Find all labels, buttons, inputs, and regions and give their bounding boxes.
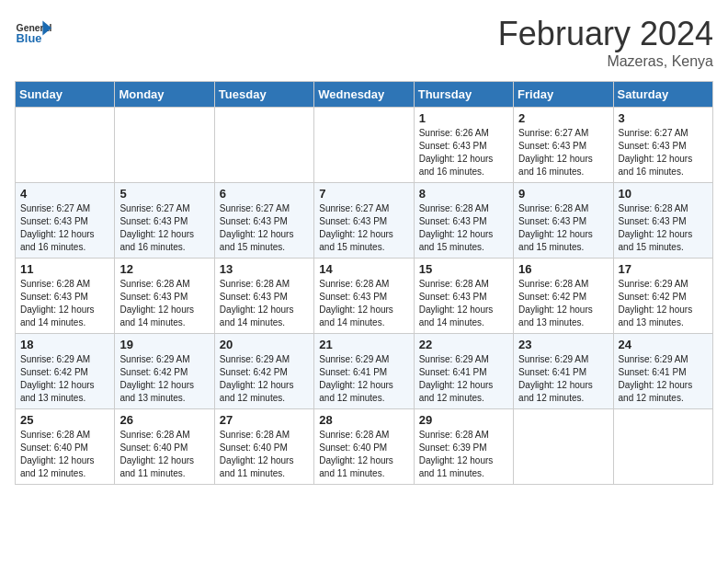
day-number: 17 <box>619 262 708 276</box>
day-number: 6 <box>220 187 309 201</box>
day-number: 1 <box>419 111 508 125</box>
calendar-day-cell <box>115 108 214 183</box>
day-info: Sunrise: 6:29 AM Sunset: 6:42 PM Dayligh… <box>619 278 708 329</box>
day-info: Sunrise: 6:27 AM Sunset: 6:43 PM Dayligh… <box>319 202 408 254</box>
day-info: Sunrise: 6:28 AM Sunset: 6:43 PM Dayligh… <box>419 278 508 329</box>
calendar-day-cell: 9Sunrise: 6:28 AM Sunset: 6:43 PM Daylig… <box>514 183 613 259</box>
day-info: Sunrise: 6:28 AM Sunset: 6:43 PM Dayligh… <box>119 278 209 329</box>
day-info: Sunrise: 6:27 AM Sunset: 6:43 PM Dayligh… <box>119 202 209 254</box>
day-info: Sunrise: 6:27 AM Sunset: 6:43 PM Dayligh… <box>619 127 708 178</box>
day-number: 21 <box>319 338 408 351</box>
day-number: 22 <box>419 338 508 351</box>
day-info: Sunrise: 6:28 AM Sunset: 6:42 PM Dayligh… <box>518 278 608 329</box>
location-subtitle: Mazeras, Kenya <box>498 53 713 70</box>
page-header: General Blue February 2024 Mazeras, Keny… <box>15 15 713 70</box>
weekday-header-cell: Wednesday <box>314 82 414 108</box>
calendar-day-cell: 16Sunrise: 6:28 AM Sunset: 6:42 PM Dayli… <box>514 259 613 334</box>
calendar-day-cell: 19Sunrise: 6:29 AM Sunset: 6:42 PM Dayli… <box>115 334 214 409</box>
day-number: 3 <box>619 111 708 125</box>
day-info: Sunrise: 6:28 AM Sunset: 6:40 PM Dayligh… <box>119 429 209 480</box>
calendar-day-cell <box>314 108 414 183</box>
calendar-day-cell <box>214 108 313 183</box>
day-number: 5 <box>119 187 209 201</box>
calendar-day-cell: 3Sunrise: 6:27 AM Sunset: 6:43 PM Daylig… <box>613 108 712 183</box>
calendar-day-cell: 6Sunrise: 6:27 AM Sunset: 6:43 PM Daylig… <box>214 183 313 259</box>
day-info: Sunrise: 6:28 AM Sunset: 6:43 PM Dayligh… <box>220 278 309 329</box>
day-info: Sunrise: 6:28 AM Sunset: 6:43 PM Dayligh… <box>619 202 708 254</box>
calendar-week-row: 18Sunrise: 6:29 AM Sunset: 6:42 PM Dayli… <box>16 334 713 409</box>
calendar-day-cell: 8Sunrise: 6:28 AM Sunset: 6:43 PM Daylig… <box>414 183 513 259</box>
calendar-day-cell: 10Sunrise: 6:28 AM Sunset: 6:43 PM Dayli… <box>613 183 712 259</box>
calendar-day-cell: 23Sunrise: 6:29 AM Sunset: 6:41 PM Dayli… <box>514 334 613 409</box>
calendar-week-row: 4Sunrise: 6:27 AM Sunset: 6:43 PM Daylig… <box>16 183 713 259</box>
weekday-header-cell: Saturday <box>613 82 712 108</box>
title-block: February 2024 Mazeras, Kenya <box>498 15 713 70</box>
calendar-day-cell: 15Sunrise: 6:28 AM Sunset: 6:43 PM Dayli… <box>414 259 513 334</box>
day-info: Sunrise: 6:29 AM Sunset: 6:41 PM Dayligh… <box>319 353 408 405</box>
calendar-day-cell: 26Sunrise: 6:28 AM Sunset: 6:40 PM Dayli… <box>115 409 214 485</box>
day-number: 8 <box>419 187 508 201</box>
day-number: 2 <box>518 111 608 125</box>
logo: General Blue <box>15 15 55 52</box>
day-info: Sunrise: 6:27 AM Sunset: 6:43 PM Dayligh… <box>220 202 309 254</box>
day-info: Sunrise: 6:28 AM Sunset: 6:43 PM Dayligh… <box>20 278 109 329</box>
calendar-day-cell: 5Sunrise: 6:27 AM Sunset: 6:43 PM Daylig… <box>115 183 214 259</box>
calendar-day-cell: 13Sunrise: 6:28 AM Sunset: 6:43 PM Dayli… <box>214 259 313 334</box>
day-number: 27 <box>220 413 309 427</box>
calendar-day-cell: 18Sunrise: 6:29 AM Sunset: 6:42 PM Dayli… <box>16 334 115 409</box>
day-info: Sunrise: 6:28 AM Sunset: 6:40 PM Dayligh… <box>319 429 408 480</box>
calendar-day-cell: 21Sunrise: 6:29 AM Sunset: 6:41 PM Dayli… <box>314 334 414 409</box>
svg-text:Blue: Blue <box>17 31 42 45</box>
day-number: 28 <box>319 413 408 427</box>
day-info: Sunrise: 6:29 AM Sunset: 6:42 PM Dayligh… <box>20 353 109 405</box>
day-number: 11 <box>20 262 109 276</box>
day-info: Sunrise: 6:28 AM Sunset: 6:39 PM Dayligh… <box>419 429 508 480</box>
day-number: 24 <box>619 338 708 351</box>
day-number: 4 <box>20 187 109 201</box>
calendar-day-cell <box>16 108 115 183</box>
calendar-week-row: 11Sunrise: 6:28 AM Sunset: 6:43 PM Dayli… <box>16 259 713 334</box>
calendar-day-cell: 20Sunrise: 6:29 AM Sunset: 6:42 PM Dayli… <box>214 334 313 409</box>
calendar-table: SundayMondayTuesdayWednesdayThursdayFrid… <box>15 81 713 485</box>
day-info: Sunrise: 6:29 AM Sunset: 6:42 PM Dayligh… <box>119 353 209 405</box>
calendar-day-cell: 2Sunrise: 6:27 AM Sunset: 6:43 PM Daylig… <box>514 108 613 183</box>
day-number: 13 <box>220 262 309 276</box>
calendar-day-cell: 11Sunrise: 6:28 AM Sunset: 6:43 PM Dayli… <box>16 259 115 334</box>
calendar-day-cell: 28Sunrise: 6:28 AM Sunset: 6:40 PM Dayli… <box>314 409 414 485</box>
calendar-day-cell: 12Sunrise: 6:28 AM Sunset: 6:43 PM Dayli… <box>115 259 214 334</box>
day-info: Sunrise: 6:28 AM Sunset: 6:43 PM Dayligh… <box>518 202 608 254</box>
calendar-day-cell: 29Sunrise: 6:28 AM Sunset: 6:39 PM Dayli… <box>414 409 513 485</box>
day-number: 23 <box>518 338 608 351</box>
calendar-week-row: 1Sunrise: 6:26 AM Sunset: 6:43 PM Daylig… <box>16 108 713 183</box>
day-info: Sunrise: 6:29 AM Sunset: 6:41 PM Dayligh… <box>419 353 508 405</box>
calendar-day-cell: 7Sunrise: 6:27 AM Sunset: 6:43 PM Daylig… <box>314 183 414 259</box>
calendar-week-row: 25Sunrise: 6:28 AM Sunset: 6:40 PM Dayli… <box>16 409 713 485</box>
calendar-day-cell: 14Sunrise: 6:28 AM Sunset: 6:43 PM Dayli… <box>314 259 414 334</box>
calendar-day-cell <box>514 409 613 485</box>
calendar-day-cell: 25Sunrise: 6:28 AM Sunset: 6:40 PM Dayli… <box>16 409 115 485</box>
calendar-day-cell: 24Sunrise: 6:29 AM Sunset: 6:41 PM Dayli… <box>613 334 712 409</box>
day-number: 19 <box>119 338 209 351</box>
weekday-header-cell: Sunday <box>16 82 115 108</box>
weekday-header-cell: Monday <box>115 82 214 108</box>
day-info: Sunrise: 6:29 AM Sunset: 6:42 PM Dayligh… <box>220 353 309 405</box>
day-info: Sunrise: 6:27 AM Sunset: 6:43 PM Dayligh… <box>20 202 109 254</box>
day-number: 29 <box>419 413 508 427</box>
calendar-day-cell: 17Sunrise: 6:29 AM Sunset: 6:42 PM Dayli… <box>613 259 712 334</box>
day-number: 9 <box>518 187 608 201</box>
day-number: 15 <box>419 262 508 276</box>
day-info: Sunrise: 6:26 AM Sunset: 6:43 PM Dayligh… <box>419 127 508 178</box>
day-info: Sunrise: 6:29 AM Sunset: 6:41 PM Dayligh… <box>518 353 608 405</box>
day-number: 10 <box>619 187 708 201</box>
day-info: Sunrise: 6:28 AM Sunset: 6:43 PM Dayligh… <box>319 278 408 329</box>
day-number: 7 <box>319 187 408 201</box>
calendar-day-cell: 1Sunrise: 6:26 AM Sunset: 6:43 PM Daylig… <box>414 108 513 183</box>
day-info: Sunrise: 6:28 AM Sunset: 6:43 PM Dayligh… <box>419 202 508 254</box>
calendar-day-cell: 27Sunrise: 6:28 AM Sunset: 6:40 PM Dayli… <box>214 409 313 485</box>
calendar-day-cell: 22Sunrise: 6:29 AM Sunset: 6:41 PM Dayli… <box>414 334 513 409</box>
weekday-header-row: SundayMondayTuesdayWednesdayThursdayFrid… <box>16 82 713 108</box>
day-info: Sunrise: 6:28 AM Sunset: 6:40 PM Dayligh… <box>20 429 109 480</box>
day-number: 14 <box>319 262 408 276</box>
logo-svg: General Blue <box>15 15 51 52</box>
month-title: February 2024 <box>498 15 713 53</box>
